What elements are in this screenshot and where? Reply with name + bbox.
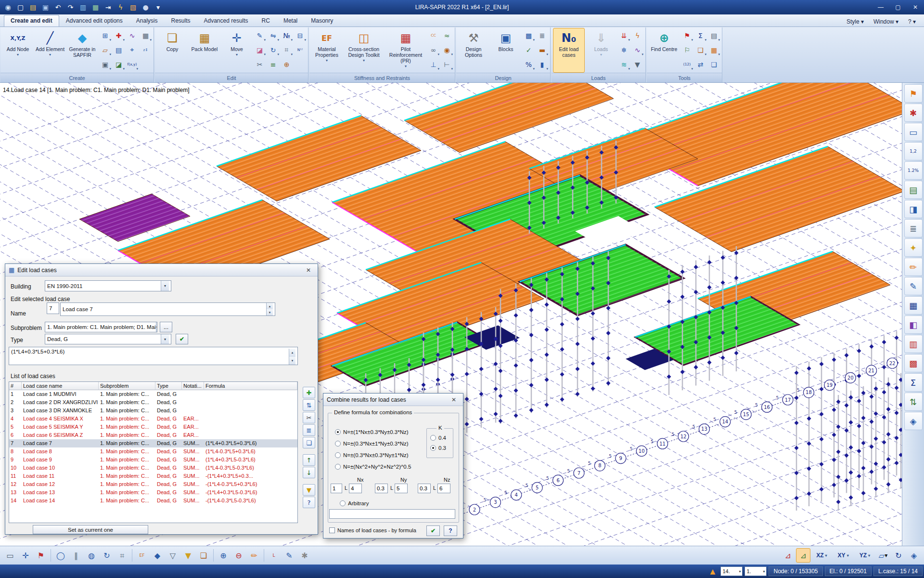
new-file-icon[interactable]: ▢ bbox=[14, 1, 26, 13]
rotate-icon[interactable]: ↻▾ bbox=[267, 43, 280, 56]
global-axes-button[interactable]: ⊿ bbox=[781, 548, 795, 563]
edit-model-button[interactable]: ✎ bbox=[904, 277, 923, 295]
cc-icon[interactable]: CC bbox=[427, 29, 440, 42]
numbering-button[interactable]: 1,2 bbox=[904, 142, 923, 160]
display-params-button[interactable]: ▭ bbox=[904, 123, 923, 141]
load-case-row[interactable]: 5Load case 5 SEISMIKA Y1. Main problem: … bbox=[9, 423, 297, 431]
column-header[interactable]: Notati... bbox=[182, 382, 204, 390]
name-spinner[interactable]: ▲▼ bbox=[266, 303, 273, 315]
percent-button[interactable]: 1.2% bbox=[904, 161, 923, 180]
pack-model-button[interactable]: ▦Pack Model bbox=[189, 28, 220, 73]
design-options-button[interactable]: ⚒Design Options bbox=[458, 28, 489, 73]
move-down-button[interactable]: ↓ bbox=[303, 467, 315, 478]
combine-formula-option[interactable]: N=±(Nx^2+Ny^2+Nz^2)^0.5 bbox=[335, 464, 411, 470]
divide-icon[interactable]: ⊟▾ bbox=[294, 29, 307, 42]
subproblem-combo[interactable]: 1. Main problem: C1. Main problem; D1. M… bbox=[45, 322, 157, 332]
wall-icon[interactable]: ▮▾ bbox=[536, 58, 549, 71]
maximize-button[interactable]: ▢ bbox=[889, 1, 907, 13]
iso-view-button[interactable]: ◈ bbox=[904, 412, 923, 430]
mosaic-icon[interactable]: ▩▾ bbox=[522, 29, 535, 42]
find-centre-button[interactable]: ⊕Find Centre bbox=[648, 28, 680, 73]
tab-analysis[interactable]: Analysis bbox=[129, 15, 165, 26]
pilot-reinforcement-button[interactable]: ▦Pilot Reinforcement (PR)▾ bbox=[385, 28, 426, 73]
tab-advanced-edit-options[interactable]: Advanced edit options bbox=[59, 15, 129, 26]
combine-formula-option[interactable]: N=±(0.3*Nx±1*Ny±0.3*Nz) bbox=[335, 441, 409, 447]
open-file-icon[interactable]: ▤ bbox=[27, 1, 39, 13]
arbitrary-option[interactable]: Arbitrary bbox=[340, 500, 369, 506]
table-gen-icon[interactable]: ▤ bbox=[112, 43, 125, 56]
filter-button[interactable]: ▼ bbox=[303, 484, 315, 496]
dynamic-icon[interactable]: ∿▾ bbox=[631, 43, 644, 56]
lightning-icon[interactable]: ϟ bbox=[115, 1, 127, 13]
nz-coef-input[interactable] bbox=[418, 484, 431, 493]
nz-case-input[interactable] bbox=[437, 484, 450, 493]
import-icon[interactable]: ⇥ bbox=[102, 1, 114, 13]
percent-icon[interactable]: %▾ bbox=[522, 58, 535, 71]
half-view-button[interactable]: ◨ bbox=[904, 200, 923, 218]
flag-red-icon[interactable]: ⚑▾ bbox=[680, 29, 693, 42]
diagram-button[interactable]: ▥ bbox=[904, 335, 923, 353]
dialog-titlebar[interactable]: Combine results for load cases ✕ bbox=[323, 394, 463, 406]
wind-icon[interactable]: ≋▾ bbox=[617, 58, 630, 71]
style-menu[interactable]: Style ▾ bbox=[842, 17, 868, 26]
temperature-icon[interactable]: ϟ bbox=[631, 29, 644, 42]
dialog-titlebar[interactable]: ▦ Edit load cases ✕ bbox=[5, 264, 318, 276]
isometry-view-button-button[interactable]: ◈ bbox=[907, 548, 921, 563]
stiffness-ef-button[interactable]: EF bbox=[135, 548, 149, 563]
move-button[interactable]: ✛Move▾ bbox=[221, 28, 253, 73]
palette-button[interactable]: ◧ bbox=[904, 315, 923, 334]
mirror-button[interactable]: ∥ bbox=[69, 548, 83, 563]
sum-button[interactable]: Σ bbox=[904, 373, 923, 392]
combine-formula-option[interactable]: N=±(1*Nx±0.3*Ny±0.3*Nz) bbox=[335, 429, 409, 435]
view-xz-button[interactable]: XZ▾ bbox=[811, 548, 832, 563]
paintbrush-button[interactable]: ✏ bbox=[247, 548, 261, 563]
fxy-icon[interactable]: f(x,y)▾ bbox=[126, 58, 139, 71]
package2-icon[interactable]: ❏▾ bbox=[694, 43, 707, 56]
settings-button[interactable]: ✱ bbox=[904, 104, 923, 122]
formula-field[interactable]: (1*L4+0.3*L5+0.3*L6) ▲▼ bbox=[9, 347, 298, 365]
material-properties-button[interactable]: EFMaterial Properties▾ bbox=[311, 28, 343, 73]
mesh-icon[interactable]: ▦▾ bbox=[139, 29, 152, 42]
scissors-icon[interactable]: ✂ bbox=[253, 58, 266, 71]
n12-icon[interactable]: N¹² bbox=[294, 43, 307, 56]
solid-icon[interactable]: ▣▾ bbox=[99, 58, 112, 71]
load-arrows-icon[interactable]: ⇊▾ bbox=[617, 29, 630, 42]
current-mode-combo[interactable]: 1.▾ bbox=[744, 566, 767, 576]
load-case-row[interactable]: 8Load case 81. Main problem: C...Dead, G… bbox=[9, 447, 297, 456]
combine-formula-option[interactable]: N=±(0.3*Nx±0.3*Ny±1*Nz) bbox=[335, 452, 409, 458]
local-axes-button[interactable]: ⊿ bbox=[796, 548, 810, 563]
edit-load-cases-button[interactable]: N₀Edit load cases bbox=[553, 28, 585, 73]
beam-icon[interactable]: ▬▾ bbox=[536, 43, 549, 56]
lock-icon[interactable]: ● bbox=[140, 1, 152, 13]
undo-icon[interactable]: ↶ bbox=[52, 1, 64, 13]
k-option[interactable]: 0.3 bbox=[430, 445, 446, 451]
column-header[interactable]: Type bbox=[155, 382, 182, 390]
swap-icon[interactable]: ⇄ bbox=[694, 58, 707, 71]
view-yz-button[interactable]: YZ▾ bbox=[855, 548, 875, 563]
zoom-in-button[interactable]: ⊕ bbox=[216, 548, 231, 563]
redo-icon[interactable]: ↷ bbox=[64, 1, 77, 13]
close-icon[interactable]: ✕ bbox=[448, 395, 460, 405]
layers-button[interactable]: ≣ bbox=[904, 219, 923, 237]
rotate-view-button-button[interactable]: ↻ bbox=[891, 548, 906, 563]
list-button[interactable]: ≣ bbox=[303, 424, 315, 436]
name-field[interactable]: Load case 7 ▲▼ bbox=[60, 302, 275, 316]
surface-icon[interactable]: ◪▾ bbox=[112, 58, 125, 71]
frame-grid-icon[interactable]: ⊞▾ bbox=[99, 29, 112, 42]
spring-icon[interactable]: ≈ bbox=[440, 29, 453, 42]
zoom-out-button[interactable]: ⊖ bbox=[231, 548, 246, 563]
erase-icon[interactable]: ◪▾ bbox=[253, 43, 266, 56]
ny-coef-input[interactable] bbox=[375, 484, 388, 493]
load-case-row[interactable]: 4Load case 4 SEISMIKA X1. Main problem: … bbox=[9, 415, 297, 423]
set-as-current-button[interactable]: Set as current one bbox=[33, 525, 148, 534]
edit-pencil-icon[interactable]: ✎▾ bbox=[253, 29, 266, 42]
window-menu[interactable]: Window ▾ bbox=[869, 17, 903, 26]
current-loadcase-combo[interactable]: 14.▾ bbox=[720, 566, 743, 576]
help-menu[interactable]: ? ▾ bbox=[904, 17, 920, 26]
tools-button[interactable]: ✦ bbox=[904, 238, 923, 257]
stiffness-chain-icon[interactable]: ∞▾ bbox=[427, 43, 440, 56]
load-case-row[interactable]: 7Load case 71. Main problem: C...Dead, G… bbox=[9, 439, 297, 447]
k-option[interactable]: 0.4 bbox=[430, 435, 446, 441]
tab-rc[interactable]: RC bbox=[255, 15, 277, 26]
column-header[interactable]: Load case name bbox=[22, 382, 99, 390]
